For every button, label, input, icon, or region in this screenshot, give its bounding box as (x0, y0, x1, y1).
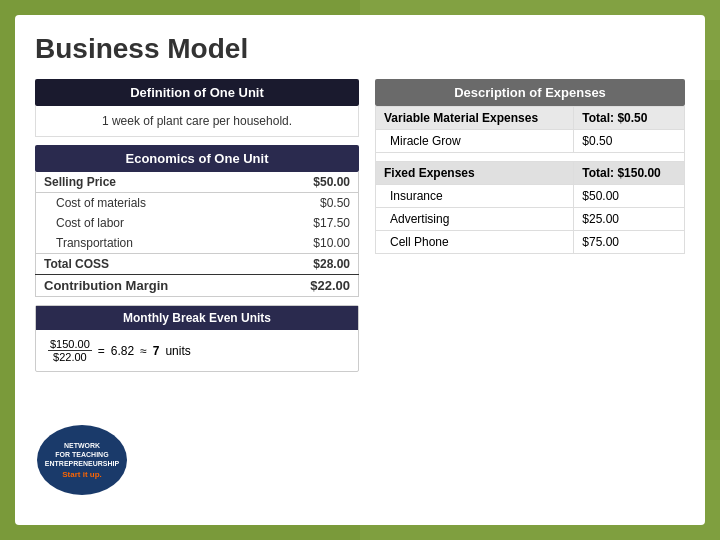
two-column-layout: Definition of One Unit 1 week of plant c… (35, 79, 685, 372)
right-column: Description of Expenses Variable Materia… (375, 79, 685, 372)
expenses-table: Variable Material Expenses Total: $0.50 … (375, 106, 685, 254)
calculated-value: 6.82 (111, 344, 134, 358)
logo-tagline: Start it up. (45, 470, 119, 479)
selling-price-row: Selling Price $50.00 (36, 172, 359, 193)
logo-content: NETWORKFOR TEACHINGENTREPRENEURSHIP Star… (45, 441, 119, 479)
insurance-label: Insurance (376, 185, 574, 208)
fixed-label: Fixed Expenses (376, 162, 574, 185)
transportation-value: $10.00 (229, 233, 358, 254)
main-container: Business Model Definition of One Unit 1 … (0, 0, 720, 540)
content-area: Business Model Definition of One Unit 1 … (15, 15, 705, 525)
equals-sign: = (98, 344, 105, 358)
break-even-fraction: $150.00 $22.00 (48, 338, 92, 363)
break-even-header: Monthly Break Even Units (36, 306, 358, 330)
break-even-content: $150.00 $22.00 = 6.82 ≈ 7 units (36, 330, 358, 371)
cost-labor-label: Cost of labor (36, 213, 230, 233)
contribution-value: $22.00 (229, 275, 358, 297)
unit-definition-text: 1 week of plant care per household. (35, 106, 359, 137)
economics-header: Economics of One Unit (35, 145, 359, 172)
cost-materials-row: Cost of materials $0.50 (36, 193, 359, 214)
total-coss-label: Total COSS (36, 254, 230, 275)
transportation-row: Transportation $10.00 (36, 233, 359, 254)
miracle-grow-label: Miracle Grow (376, 130, 574, 153)
fraction-denominator: $22.00 (51, 351, 89, 363)
cost-materials-label: Cost of materials (36, 193, 230, 214)
contribution-label: Contribution Margin (36, 275, 230, 297)
contribution-margin-row: Contribution Margin $22.00 (36, 275, 359, 297)
logo-circle: NETWORKFOR TEACHINGENTREPRENEURSHIP Star… (37, 425, 127, 495)
page-title: Business Model (35, 33, 685, 65)
cell-phone-value: $75.00 (574, 231, 685, 254)
cost-materials-value: $0.50 (229, 193, 358, 214)
selling-price-value: $50.00 (229, 172, 358, 193)
fixed-total-label: Total: $150.00 (574, 162, 685, 185)
total-coss-row: Total COSS $28.00 (36, 254, 359, 275)
variable-label: Variable Material Expenses (376, 107, 574, 130)
cost-labor-value: $17.50 (229, 213, 358, 233)
cell-phone-row: Cell Phone $75.00 (376, 231, 685, 254)
description-header: Description of Expenses (375, 79, 685, 106)
cell-phone-label: Cell Phone (376, 231, 574, 254)
logo-area: NETWORKFOR TEACHINGENTREPRENEURSHIP Star… (37, 425, 147, 505)
insurance-value: $50.00 (574, 185, 685, 208)
break-even-result: 7 (153, 344, 160, 358)
insurance-row: Insurance $50.00 (376, 185, 685, 208)
advertising-row: Advertising $25.00 (376, 208, 685, 231)
total-coss-value: $28.00 (229, 254, 358, 275)
selling-price-label: Selling Price (36, 172, 230, 193)
advertising-value: $25.00 (574, 208, 685, 231)
definition-header: Definition of One Unit (35, 79, 359, 106)
left-column: Definition of One Unit 1 week of plant c… (35, 79, 359, 372)
advertising-label: Advertising (376, 208, 574, 231)
fraction-numerator: $150.00 (48, 338, 92, 351)
variable-total-label: Total: $0.50 (574, 107, 685, 130)
transportation-label: Transportation (36, 233, 230, 254)
logo-text-line1: NETWORKFOR TEACHINGENTREPRENEURSHIP (45, 441, 119, 468)
break-even-section: Monthly Break Even Units $150.00 $22.00 … (35, 305, 359, 372)
fixed-expenses-header-row: Fixed Expenses Total: $150.00 (376, 162, 685, 185)
units-label: units (165, 344, 190, 358)
miracle-grow-value: $0.50 (574, 130, 685, 153)
spacer-row (376, 153, 685, 162)
cost-labor-row: Cost of labor $17.50 (36, 213, 359, 233)
economics-table: Selling Price $50.00 Cost of materials $… (35, 172, 359, 297)
miracle-grow-row: Miracle Grow $0.50 (376, 130, 685, 153)
approx-sign: ≈ (140, 344, 147, 358)
variable-expenses-header-row: Variable Material Expenses Total: $0.50 (376, 107, 685, 130)
